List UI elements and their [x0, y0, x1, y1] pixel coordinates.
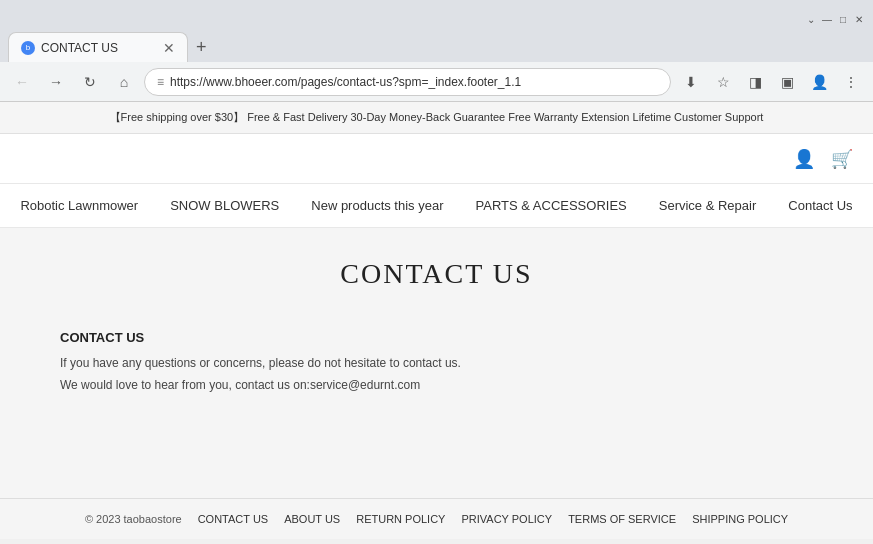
extension-button[interactable]: ◨	[741, 68, 769, 96]
contact-line2: We would love to hear from you, contact …	[60, 375, 813, 397]
minimize-button[interactable]: —	[821, 13, 833, 25]
footer-link-about-us[interactable]: ABOUT US	[284, 513, 340, 525]
close-button[interactable]: ✕	[853, 13, 865, 25]
nav-actions: ⬇ ☆ ◨ ▣ 👤 ⋮	[677, 68, 865, 96]
announcement-bar: 【Free shipping over $30】 Free & Fast Del…	[0, 102, 873, 134]
main-content: CONTACT US CONTACT US If you have any qu…	[0, 228, 873, 498]
title-bar: ⌄ — □ ✕	[0, 0, 873, 32]
nav-item-contact-us[interactable]: Contact Us	[772, 192, 868, 219]
footer: © 2023 taobaostore CONTACT US ABOUT US R…	[0, 498, 873, 539]
window-controls[interactable]: ⌄ — □ ✕	[805, 13, 865, 25]
footer-link-contact-us[interactable]: CONTACT US	[198, 513, 269, 525]
home-button[interactable]: ⌂	[110, 68, 138, 96]
tab-list-button[interactable]: ⌄	[805, 13, 817, 25]
reload-button[interactable]: ↻	[76, 68, 104, 96]
maximize-button[interactable]: □	[837, 13, 849, 25]
browser-chrome: ⌄ — □ ✕ b CONTACT US ✕ + ← → ↻ ⌂ ≡ https…	[0, 0, 873, 102]
forward-button[interactable]: →	[42, 68, 70, 96]
active-tab[interactable]: b CONTACT US ✕	[8, 32, 188, 62]
bookmark-button[interactable]: ☆	[709, 68, 737, 96]
page-wrapper: 【Free shipping over $30】 Free & Fast Del…	[0, 102, 873, 539]
nav-bar: ← → ↻ ⌂ ≡ https://www.bhoeer.com/pages/c…	[0, 62, 873, 102]
tab-favicon: b	[21, 41, 35, 55]
contact-line1: If you have any questions or concerns, p…	[60, 353, 813, 375]
nav-item-new-products[interactable]: New products this year	[295, 192, 459, 219]
tab-bar: b CONTACT US ✕ +	[0, 32, 873, 62]
footer-link-shipping-policy[interactable]: SHIPPING POLICY	[692, 513, 788, 525]
tab-close-button[interactable]: ✕	[163, 41, 175, 55]
footer-link-return-policy[interactable]: RETURN POLICY	[356, 513, 445, 525]
footer-copyright: © 2023 taobaostore	[85, 513, 182, 525]
sidebar-button[interactable]: ▣	[773, 68, 801, 96]
menu-button[interactable]: ⋮	[837, 68, 865, 96]
page-title: CONTACT US	[60, 258, 813, 290]
new-tab-button[interactable]: +	[188, 33, 215, 62]
address-bar[interactable]: ≡ https://www.bhoeer.com/pages/contact-u…	[144, 68, 671, 96]
nav-item-robotic-lawnmower[interactable]: Robotic Lawnmower	[4, 192, 154, 219]
announcement-text: 【Free shipping over $30】 Free & Fast Del…	[110, 111, 764, 123]
download-button[interactable]: ⬇	[677, 68, 705, 96]
footer-link-privacy-policy[interactable]: PRIVACY POLICY	[461, 513, 552, 525]
url-display: https://www.bhoeer.com/pages/contact-us?…	[170, 75, 658, 89]
site-info-icon[interactable]: ≡	[157, 75, 164, 89]
profile-button[interactable]: 👤	[805, 68, 833, 96]
contact-section: CONTACT US If you have any questions or …	[60, 330, 813, 396]
back-button[interactable]: ←	[8, 68, 36, 96]
nav-item-snow-blowers[interactable]: SNOW BLOWERS	[154, 192, 295, 219]
account-icon[interactable]: 👤	[793, 148, 815, 170]
footer-link-terms-of-service[interactable]: TERMS OF SERVICE	[568, 513, 676, 525]
nav-menu: Robotic Lawnmower SNOW BLOWERS New produ…	[0, 184, 873, 228]
nav-item-parts-accessories[interactable]: PARTS & ACCESSORIES	[460, 192, 643, 219]
tab-title: CONTACT US	[41, 41, 118, 55]
header: 👤 🛒	[0, 134, 873, 184]
contact-heading: CONTACT US	[60, 330, 813, 345]
cart-icon[interactable]: 🛒	[831, 148, 853, 170]
footer-links: © 2023 taobaostore CONTACT US ABOUT US R…	[14, 513, 859, 525]
nav-item-service-repair[interactable]: Service & Repair	[643, 192, 773, 219]
header-icons: 👤 🛒	[793, 148, 853, 170]
